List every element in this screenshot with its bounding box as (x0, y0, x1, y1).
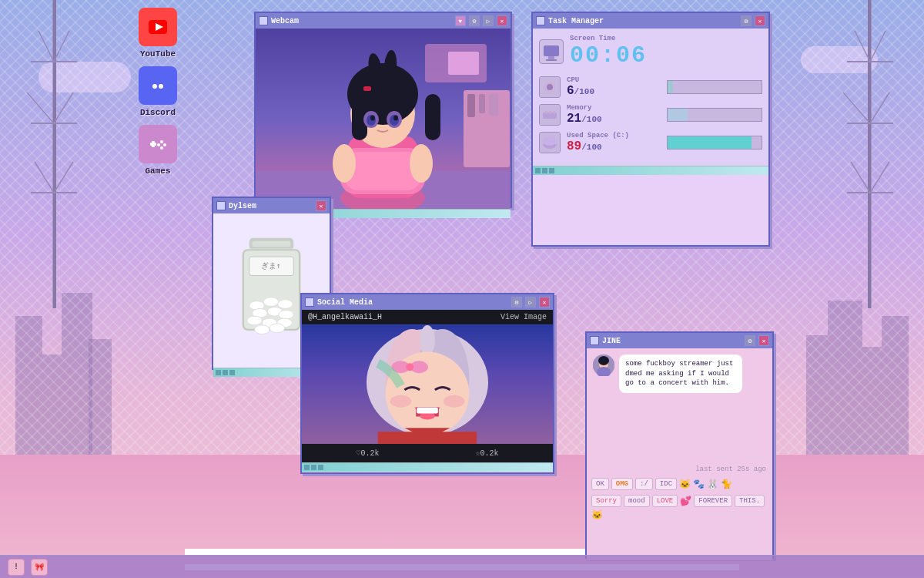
tm-space-row: Used Space (C:) 89/100 (539, 132, 762, 153)
sticker-cat1[interactable]: 🐱 (679, 479, 691, 490)
sticker-idc[interactable]: IDC (655, 478, 677, 490)
youtube-label: YouTube (140, 49, 176, 59)
taskbar-alert-icon[interactable]: ! (8, 559, 25, 576)
screen-time-value: 00:06 (570, 42, 647, 69)
dylsem-footer-sq-2 (223, 370, 228, 375)
svg-rect-36 (467, 94, 475, 117)
taskbar-ribbon-icon[interactable]: 🎀 (31, 559, 48, 576)
sm-post-header: @H_angelkawaii_H View Image (302, 310, 553, 324)
jine-message-bubble: some fuckboy streamer just dmed me askin… (619, 355, 742, 393)
sm-view-image-btn[interactable]: View Image (500, 313, 547, 321)
sm-title-icon (305, 297, 314, 307)
webcam-close-btn[interactable]: ✕ (497, 15, 507, 26)
svg-rect-104 (417, 408, 438, 414)
webcam-titlebar: Webcam ♥ ⚙ ▷ ✕ (256, 13, 511, 29)
room-background (256, 29, 511, 209)
svg-point-24 (159, 84, 163, 89)
games-icon-item[interactable]: Games (131, 125, 185, 176)
sticker-this[interactable]: THIS. (735, 495, 765, 507)
dylsem-footer-sq-1 (216, 370, 221, 375)
sticker-forever[interactable]: FOREVER (694, 495, 732, 507)
memory-label: Memory (567, 104, 661, 112)
svg-point-29 (163, 143, 166, 146)
sticker-paw[interactable]: 🐾 (693, 479, 705, 490)
tm-footer-sq-2 (542, 168, 547, 173)
sm-close-btn[interactable]: ✕ (539, 297, 550, 307)
svg-point-111 (598, 356, 609, 365)
svg-rect-50 (425, 94, 440, 140)
svg-point-59 (393, 116, 398, 121)
sticker-omg[interactable]: OMG (611, 478, 633, 490)
tm-title-icon (536, 16, 545, 25)
svg-point-92 (255, 325, 270, 334)
jine-body: some fuckboy streamer just dmed me askin… (587, 348, 772, 560)
sticker-emoji[interactable]: :/ (635, 478, 653, 490)
sticker-mood[interactable]: mood (624, 495, 650, 507)
sticker-cat2[interactable]: 🐈 (721, 479, 732, 490)
tm-close-btn[interactable]: ✕ (755, 15, 765, 26)
space-bar (668, 136, 752, 149)
tm-memory-info: Memory 21/100 (567, 104, 661, 126)
webcam-min-btn[interactable]: ▷ (483, 15, 494, 26)
svg-point-98 (420, 325, 435, 356)
webcam-title-icon (259, 16, 268, 25)
sm-post-footer: ♡0.2k ☆0.2k (302, 444, 553, 462)
webcam-gear-btn[interactable]: ⚙ (469, 15, 480, 26)
dylsem-footer-sq-3 (229, 370, 235, 375)
svg-point-101 (444, 395, 465, 408)
webcam-title-text: Webcam (271, 17, 452, 25)
taskmanager-title-text: Task Manager (548, 17, 738, 25)
jine-close-btn[interactable]: ✕ (758, 335, 769, 346)
discord-icon-item[interactable]: Discord (131, 66, 185, 117)
svg-point-85 (278, 300, 293, 309)
svg-rect-62 (548, 56, 554, 59)
svg-text:ぎま↑: ぎま↑ (261, 261, 281, 270)
sm-username: @H_angelkawaii_H (308, 313, 382, 321)
svg-rect-75 (543, 141, 557, 144)
sm-image-area (302, 324, 553, 444)
sticker-cat3[interactable]: 🐱 (591, 509, 603, 521)
webcam-content (256, 29, 511, 209)
sm-likes: ♡0.2k (356, 449, 379, 458)
sm-min-btn[interactable]: ▷ (525, 297, 536, 307)
sticker-rabbit[interactable]: 🐰 (707, 479, 718, 490)
taskmanager-titlebar: Task Manager ⚙ ✕ (533, 13, 768, 29)
jine-title-icon (590, 336, 599, 345)
youtube-icon-item[interactable]: YouTube (131, 8, 185, 59)
tm-space-info: Used Space (C:) 89/100 (567, 132, 661, 153)
tm-footer-sq-3 (549, 168, 554, 173)
svg-rect-71 (553, 111, 555, 114)
jine-gear-btn[interactable]: ⚙ (745, 335, 755, 346)
svg-point-31 (160, 146, 163, 150)
tm-cpu-icon (539, 76, 561, 98)
tm-memory-row: Memory 21/100 (539, 104, 762, 126)
jine-timestamp: last sent 25s ago (587, 464, 772, 475)
svg-point-107 (406, 363, 413, 371)
cpu-value: 6/100 (567, 84, 661, 98)
space-value: 89/100 (567, 139, 661, 153)
discord-icon-box (139, 66, 177, 105)
svg-point-28 (160, 140, 163, 143)
sticker-ok[interactable]: OK (591, 478, 609, 490)
tm-footer-sq-1 (535, 168, 541, 173)
cpu-bar-container (667, 80, 762, 94)
sticker-love[interactable]: LOVE (652, 495, 678, 507)
svg-rect-78 (253, 241, 291, 247)
cpu-bar (668, 81, 673, 93)
taskmanager-footer (533, 166, 768, 175)
sticker-sorry[interactable]: Sorry (591, 495, 621, 507)
tm-cpu-info: CPU 6/100 (567, 76, 661, 98)
webcam-heart-btn[interactable]: ♥ (455, 15, 466, 26)
sticker-heart-animal[interactable]: 💕 (680, 496, 691, 507)
dylsem-title-icon (216, 201, 226, 210)
svg-rect-43 (344, 152, 421, 190)
dylsem-close-btn[interactable]: ✕ (316, 200, 326, 211)
tm-gear-btn[interactable]: ⚙ (741, 15, 752, 26)
taskbar: ! 🎀 (0, 555, 924, 578)
memory-value: 21/100 (567, 112, 661, 126)
webcam-window: Webcam ♥ ⚙ ▷ ✕ (254, 12, 512, 208)
svg-point-44 (333, 144, 356, 183)
svg-point-23 (152, 84, 157, 89)
jine-window: JINE ⚙ ✕ some fuckboy streamer just dmed… (585, 331, 774, 559)
sm-gear-btn[interactable]: ⚙ (511, 297, 522, 307)
